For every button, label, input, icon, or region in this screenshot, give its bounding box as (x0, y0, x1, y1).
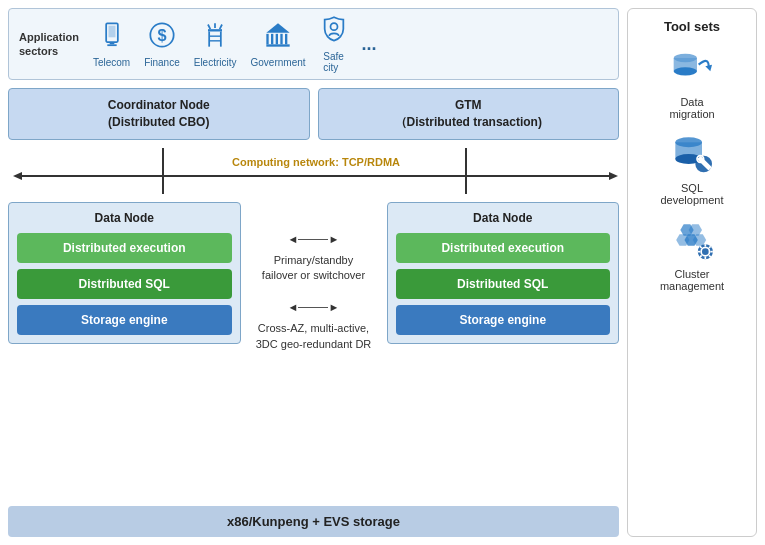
sql-dev-icon (667, 134, 717, 178)
data-nodes-row: Data Node Distributed execution Distribu… (8, 202, 619, 498)
toolsets-title: Tool sets (664, 19, 720, 34)
dist-sql-2: Distributed SQL (396, 269, 611, 299)
data-node-1: Data Node Distributed execution Distribu… (8, 202, 241, 344)
connections-svg: Computing network: TCP/RDMA (8, 148, 619, 194)
data-migration-icon (667, 48, 717, 92)
storage-2: Storage engine (396, 305, 611, 335)
government-icon (264, 21, 292, 55)
bottom-bar: x86/Kunpeng + EVS storage (8, 506, 619, 537)
svg-marker-23 (13, 172, 22, 180)
svg-rect-18 (280, 33, 282, 44)
storage-1: Storage engine (17, 305, 232, 335)
failover-label-2: Cross-AZ, multi-active,3DC geo-redundant… (256, 322, 372, 349)
data-node-1-title: Data Node (17, 211, 232, 225)
cluster-mgmt-icon (667, 220, 717, 264)
tool-item-data-migration: Datamigration (667, 48, 717, 120)
svg-rect-1 (108, 25, 115, 37)
safe-city-label: Safecity (323, 51, 344, 73)
gtm-box: GTM（Distributed transaction) (318, 88, 620, 140)
svg-rect-19 (285, 33, 287, 44)
svg-rect-14 (266, 44, 289, 46)
electricity-label: Electricity (194, 57, 237, 68)
right-panel: Tool sets Datamigration (627, 8, 757, 537)
electricity-icon (201, 21, 229, 55)
failover-text-1: ◄► Primary/standbyfailover or switchover (262, 232, 365, 284)
coordinator-box: Coordinator Node(Distributed CBO) (8, 88, 310, 140)
gtm-title: GTM（Distributed transaction) (395, 98, 542, 129)
svg-rect-3 (107, 44, 116, 46)
coordinator-title: Coordinator Node(Distributed CBO) (108, 98, 210, 129)
failover-label-1: Primary/standbyfailover or switchover (262, 254, 365, 281)
left-panel: Applicationsectors Telecom (0, 0, 627, 545)
svg-text:Computing network: TCP/RDMA: Computing network: TCP/RDMA (232, 156, 400, 168)
safe-city-icon (320, 15, 348, 49)
tool-item-cluster-mgmt: Clustermanagement (660, 220, 724, 292)
tool-item-sql-dev: SQLdevelopment (661, 134, 724, 206)
failover-middle: ◄► Primary/standbyfailover or switchover… (249, 202, 379, 352)
data-migration-label: Datamigration (669, 96, 714, 120)
svg-marker-20 (266, 23, 289, 32)
data-node-2: Data Node Distributed execution Distribu… (387, 202, 620, 344)
telecom-label: Telecom (93, 57, 130, 68)
svg-rect-17 (276, 33, 278, 44)
svg-text:$: $ (157, 25, 166, 43)
data-node-2-title: Data Node (396, 211, 611, 225)
finance-icon: $ (148, 21, 176, 55)
sector-item-telecom: Telecom (93, 21, 130, 68)
sector-item-government: Government (251, 21, 306, 68)
sector-item-electricity: Electricity (194, 21, 237, 68)
svg-rect-2 (109, 42, 114, 44)
svg-marker-24 (609, 172, 618, 180)
cluster-mgmt-label: Clustermanagement (660, 268, 724, 292)
sectors-bar: Applicationsectors Telecom (8, 8, 619, 80)
connections-area: Computing network: TCP/RDMA (8, 148, 619, 194)
coord-gtm-row: Coordinator Node(Distributed CBO) GTM（Di… (8, 88, 619, 140)
more-dots: ... (362, 34, 377, 55)
dist-exec-1: Distributed execution (17, 233, 232, 263)
svg-point-21 (330, 23, 337, 30)
svg-marker-33 (705, 65, 712, 72)
svg-line-8 (220, 24, 222, 29)
sector-item-safe-city: Safecity (320, 15, 348, 73)
telecom-icon (98, 21, 126, 55)
dist-exec-2: Distributed execution (396, 233, 611, 263)
sql-dev-label: SQLdevelopment (661, 182, 724, 206)
svg-point-32 (674, 67, 697, 75)
main-container: Applicationsectors Telecom (0, 0, 765, 545)
svg-rect-9 (208, 29, 222, 31)
svg-rect-15 (266, 33, 268, 44)
failover-text-2: ◄► Cross-AZ, multi-active,3DC geo-redund… (256, 300, 372, 352)
sectors-label: Applicationsectors (19, 30, 79, 59)
svg-rect-16 (271, 33, 273, 44)
finance-label: Finance (144, 57, 180, 68)
government-label: Government (251, 57, 306, 68)
dist-sql-1: Distributed SQL (17, 269, 232, 299)
sector-item-finance: $ Finance (144, 21, 180, 68)
svg-line-7 (208, 24, 210, 29)
